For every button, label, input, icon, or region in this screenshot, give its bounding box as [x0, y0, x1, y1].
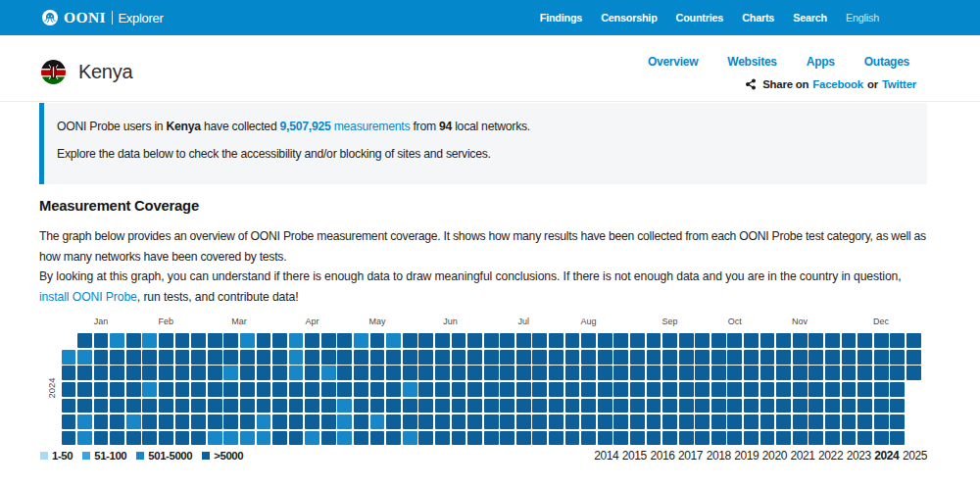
heatmap-cell [825, 399, 840, 414]
heatmap-cell [435, 350, 450, 365]
heatmap-cell [484, 350, 499, 365]
heatmap-month-label: Jun [443, 317, 458, 326]
nav-item-censorship[interactable]: Censorship [601, 13, 657, 24]
heatmap-cell [776, 415, 791, 429]
heatmap-cell [825, 415, 840, 429]
year-option-2022[interactable]: 2022 [818, 449, 843, 463]
ooni-explorer-brand[interactable]: OONI Explorer [42, 10, 163, 25]
measurements-link[interactable]: 9,507,925 measurements [280, 120, 411, 133]
tab-apps[interactable]: Apps [807, 55, 835, 69]
heatmap-cell [403, 415, 417, 429]
heatmap-cell [825, 366, 840, 380]
heatmap-cell [370, 382, 385, 397]
heatmap-cell [613, 382, 628, 397]
country-tabs: Overview Websites Apps Outages [618, 55, 909, 69]
install-ooni-probe-link[interactable]: install OONI Probe [39, 290, 137, 304]
heatmap-cell [142, 350, 157, 365]
heatmap-cell [565, 415, 580, 429]
heatmap-cell [337, 366, 352, 380]
heatmap-cell [159, 333, 173, 348]
heatmap-cell [110, 415, 124, 429]
heatmap-cell [613, 399, 628, 414]
tab-outages[interactable]: Outages [864, 55, 909, 69]
heatmap-cell [793, 366, 808, 380]
heatmap-cell [842, 382, 857, 397]
heatmap-cell [94, 366, 109, 380]
year-option-2023[interactable]: 2023 [847, 449, 871, 463]
heatmap-cell [159, 399, 173, 414]
heatmap-cell [760, 350, 775, 365]
heatmap-cell [613, 431, 628, 446]
heatmap-cell [484, 399, 499, 414]
tab-websites[interactable]: Websites [727, 55, 776, 69]
nav-item-countries[interactable]: Countries [676, 13, 724, 24]
brand-product: Explorer [118, 12, 163, 24]
heatmap-cell [890, 399, 905, 414]
heatmap-cell [793, 333, 808, 348]
year-option-2014[interactable]: 2014 [594, 449, 618, 463]
nav-item-charts[interactable]: Charts [742, 13, 774, 24]
heatmap-cell [142, 333, 157, 348]
heatmap-cell [110, 333, 124, 348]
heatmap-cell [435, 333, 450, 348]
heatmap-cell [289, 431, 304, 446]
heatmap-cell [418, 399, 433, 414]
heatmap-cell [484, 382, 499, 397]
year-option-2020[interactable]: 2020 [762, 449, 787, 463]
heatmap-cell [321, 382, 336, 397]
year-option-2016[interactable]: 2016 [650, 449, 674, 463]
heatmap-cell [744, 382, 759, 397]
heatmap-cell [662, 366, 677, 380]
heatmap-cell [452, 399, 466, 414]
heatmap-cell [452, 366, 466, 380]
heatmap-cell [354, 431, 368, 446]
heatmap-cell [370, 350, 385, 365]
heatmap-cell [808, 431, 823, 446]
heatmap-cell [272, 350, 287, 365]
heatmap-grid: 2024 [62, 333, 928, 447]
heatmap-cell [142, 431, 157, 446]
heatmap-cell [858, 431, 872, 446]
heatmap-cell [452, 333, 466, 348]
year-option-2025[interactable]: 2025 [903, 449, 927, 463]
heatmap-cell [890, 382, 905, 397]
heatmap-cell [240, 399, 255, 414]
heatmap-cell [223, 415, 238, 429]
heatmap-cell [613, 415, 628, 429]
tab-overview[interactable]: Overview [648, 55, 698, 69]
year-option-2019[interactable]: 2019 [734, 449, 759, 463]
heatmap-cell [126, 415, 141, 429]
year-option-2017[interactable]: 2017 [678, 449, 703, 463]
heatmap-cell [630, 350, 645, 365]
heatmap-cell [808, 350, 823, 365]
heatmap-cell [744, 366, 759, 380]
heatmap-cell [272, 431, 287, 446]
heatmap-cell [581, 333, 596, 348]
nav-item-findings[interactable]: Findings [540, 13, 582, 24]
year-option-2018[interactable]: 2018 [707, 449, 731, 463]
coverage-heatmap: JanFebMarAprMayJunJulAugSepOctNovDec 202… [39, 317, 927, 464]
heatmap-cell [516, 350, 531, 365]
heatmap-cell [62, 350, 76, 365]
legend-swatch [136, 452, 144, 460]
nav-item-search[interactable]: Search [793, 13, 827, 24]
heatmap-cell [581, 382, 596, 397]
heatmap-cell [906, 333, 921, 348]
share-twitter-link[interactable]: Twitter [882, 78, 916, 90]
heatmap-cell [257, 382, 271, 397]
heatmap-cell [223, 350, 238, 365]
share-facebook-link[interactable]: Facebook [812, 78, 863, 90]
heatmap-cell [695, 415, 710, 429]
heatmap-cell [711, 350, 726, 365]
legend-label: >5000 [214, 450, 243, 462]
heatmap-cell [549, 366, 564, 380]
heatmap-cell [630, 431, 645, 446]
heatmap-cell [679, 431, 694, 446]
year-option-2015[interactable]: 2015 [622, 449, 647, 463]
year-option-2021[interactable]: 2021 [790, 449, 814, 463]
heatmap-cell [240, 333, 255, 348]
heatmap-cell [289, 382, 304, 397]
language-selector[interactable]: English [846, 13, 879, 24]
heatmap-cell [354, 333, 368, 348]
year-option-2024[interactable]: 2024 [874, 449, 899, 463]
